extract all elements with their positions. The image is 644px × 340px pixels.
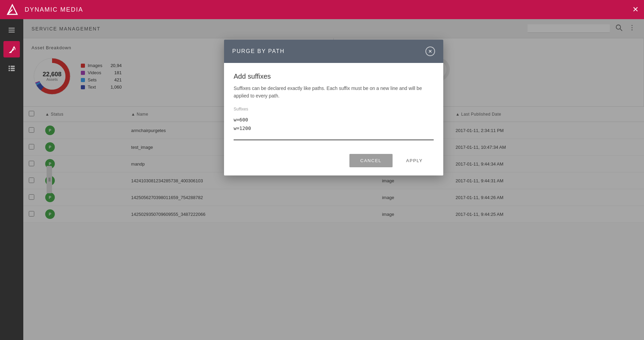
svg-rect-11 <box>9 70 10 71</box>
main-content: SERVICE MANAGEMENT <box>23 19 644 340</box>
top-bar: DYNAMIC MEDIA ✕ <box>0 0 644 19</box>
svg-rect-9 <box>9 68 10 69</box>
app-logo <box>5 3 19 16</box>
app-close-button[interactable]: ✕ <box>632 6 639 13</box>
modal-header: PURGE BY PATH ✕ <box>224 40 443 63</box>
sidebar <box>0 19 23 340</box>
sidebar-item-list[interactable] <box>3 60 20 77</box>
sidebar-item-home[interactable] <box>3 41 20 57</box>
suffixes-textarea[interactable]: w=600 w=1200 <box>234 113 434 140</box>
modal-footer: CANCEL APPLY <box>224 148 443 175</box>
apply-button[interactable]: APPLY <box>395 154 434 167</box>
svg-rect-10 <box>11 68 15 69</box>
svg-rect-12 <box>11 70 15 71</box>
modal-body: Add suffixes Suffixes can be declared ex… <box>224 63 443 148</box>
modal-description: Suffixes can be declared exactly like pa… <box>234 84 434 100</box>
modal-title: PURGE BY PATH <box>232 48 285 54</box>
cancel-button[interactable]: CANCEL <box>349 154 393 167</box>
modal-close-button[interactable]: ✕ <box>425 47 435 56</box>
modal-overlay: PURGE BY PATH ✕ Add suffixes Suffixes ca… <box>23 19 644 340</box>
modal-section-title: Add suffixes <box>234 73 434 80</box>
app-title: DYNAMIC MEDIA <box>25 6 632 13</box>
svg-rect-4 <box>9 32 15 33</box>
svg-rect-3 <box>9 30 15 31</box>
svg-rect-2 <box>9 28 15 29</box>
main-layout: SERVICE MANAGEMENT <box>0 19 644 340</box>
svg-line-6 <box>9 49 14 53</box>
svg-rect-7 <box>9 66 10 67</box>
svg-rect-8 <box>11 66 15 67</box>
suffixes-label: Suffixes <box>234 107 434 112</box>
sidebar-item-menu[interactable] <box>3 22 20 38</box>
purge-by-path-modal: PURGE BY PATH ✕ Add suffixes Suffixes ca… <box>224 40 443 175</box>
